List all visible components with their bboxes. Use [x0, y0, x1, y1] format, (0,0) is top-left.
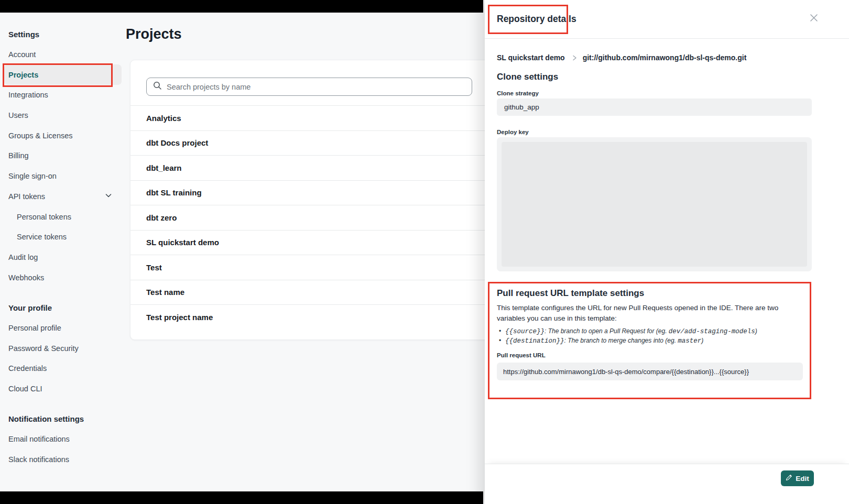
sidebar-item[interactable]: Password & Security: [0, 338, 130, 358]
breadcrumb-chevron-icon: [572, 54, 577, 61]
project-row[interactable]: Test name: [130, 280, 496, 305]
clone-strategy-value: github_app: [497, 98, 812, 116]
pr-variable-example: master: [678, 337, 701, 345]
sidebar-item-label: Slack notifications: [8, 455, 69, 464]
deploy-key-field: [497, 137, 812, 271]
pencil-icon: [786, 474, 792, 483]
sidebar-item[interactable]: Audit log: [0, 247, 130, 268]
pr-variable-example: dev/add-staging-models: [669, 328, 755, 335]
sidebar-item[interactable]: Integrations: [0, 85, 130, 105]
project-search[interactable]: [146, 78, 472, 96]
project-list: Analytics dbt Docs project dbt_learn dbt…: [130, 105, 496, 330]
top-letterbox-bar: [0, 0, 483, 13]
breadcrumb-repo-url: git://github.com/mirnawong1/db-sl-qs-dem…: [583, 53, 747, 62]
pr-variable-bullet: {{source}}: The branch to open a Pull Re…: [497, 327, 801, 336]
project-name: dbt SL training: [146, 188, 202, 197]
pr-variable-name: {{destination}}: [505, 337, 564, 345]
sidebar-item: Your profile: [0, 298, 130, 318]
breadcrumb-project[interactable]: SL quickstart demo: [497, 53, 565, 62]
project-name: dbt_learn: [146, 163, 182, 172]
pr-variable-bullet: {{destination}}: The branch to merge cha…: [497, 336, 801, 346]
project-name: SL quickstart demo: [146, 238, 219, 247]
sidebar-item-label: Personal tokens: [17, 213, 71, 221]
pr-variable-desc: : The branch to merge changes into (eg.: [564, 337, 678, 344]
project-name: Test: [146, 263, 162, 272]
sidebar-item[interactable]: Projects: [0, 64, 130, 85]
search-icon: [153, 81, 162, 92]
pull-request-url-value: https://github.com/mirnawong1/db-sl-qs-d…: [497, 363, 803, 380]
sidebar-item-label: API tokens: [8, 192, 45, 201]
deploy-key-redacted-value: [502, 142, 807, 267]
pr-variable-name: {{source}}: [505, 328, 545, 335]
project-row[interactable]: Analytics: [130, 105, 496, 130]
sidebar-item-label: Settings: [8, 30, 39, 39]
sidebar-item-label: Email notifications: [8, 435, 70, 443]
project-row[interactable]: SL quickstart demo: [130, 230, 496, 255]
clone-settings-heading: Clone settings: [497, 72, 558, 82]
sidebar-item[interactable]: Billing: [0, 146, 130, 166]
sidebar-item[interactable]: API tokens: [0, 187, 130, 207]
sidebar-item-label: Your profile: [8, 303, 52, 312]
project-row[interactable]: Test: [130, 255, 496, 280]
sidebar-item[interactable]: Service tokens: [0, 227, 130, 247]
pr-variable-close: ): [755, 327, 757, 335]
clone-strategy-text: github_app: [504, 103, 539, 111]
repository-details-panel: Repository details SL quickstart demo gi…: [485, 0, 849, 504]
sidebar-item[interactable]: Email notifications: [0, 429, 130, 450]
pull-request-url-text: https://github.com/mirnawong1/db-sl-qs-d…: [503, 368, 749, 376]
sidebar-item-label: Webhooks: [8, 273, 44, 282]
sidebar-item[interactable]: Webhooks: [0, 267, 130, 288]
pr-variable-close: ): [701, 337, 703, 344]
sidebar-item[interactable]: Users: [0, 105, 130, 126]
search-input[interactable]: [167, 83, 472, 91]
panel-footer: Edit: [485, 464, 849, 504]
chevron-down-icon[interactable]: [105, 192, 112, 201]
sidebar-item-label: Users: [8, 111, 28, 119]
panel-header-divider: [485, 38, 849, 39]
project-name: Test project name: [146, 313, 213, 322]
sidebar-item[interactable]: Single sign-on: [0, 166, 130, 187]
pr-template-variables: {{source}}: The branch to open a Pull Re…: [497, 327, 801, 345]
project-name: dbt zero: [146, 213, 177, 222]
sidebar-item[interactable]: Personal profile: [0, 318, 130, 338]
project-row[interactable]: dbt Docs project: [130, 130, 496, 156]
project-name: dbt Docs project: [146, 138, 208, 147]
project-row[interactable]: dbt_learn: [130, 155, 496, 180]
sidebar-item[interactable]: Slack notifications: [0, 450, 130, 470]
sidebar-item: Settings: [0, 24, 130, 45]
breadcrumb: SL quickstart demo git://github.com/mirn…: [497, 53, 746, 62]
edit-button[interactable]: Edit: [781, 470, 814, 486]
page-title: Projects: [126, 24, 182, 44]
pull-request-template-section: Pull request URL template settings This …: [488, 282, 811, 399]
sidebar-item-label: Service tokens: [17, 233, 67, 241]
panel-title: Repository details: [497, 14, 576, 25]
sidebar-item-label: Notification settings: [8, 414, 84, 423]
sidebar-item[interactable]: Account: [0, 45, 130, 65]
pr-variable-desc: : The branch to open a Pull Request for …: [545, 327, 669, 335]
project-row[interactable]: dbt zero: [130, 205, 496, 230]
sidebar-item-label: Account: [8, 50, 36, 59]
edit-button-label: Edit: [796, 475, 809, 483]
pull-request-url-label: Pull request URL: [497, 352, 801, 358]
project-row[interactable]: dbt SL training: [130, 180, 496, 205]
app-window: Settings Account Projects: [0, 0, 849, 504]
sidebar-item[interactable]: Credentials: [0, 358, 130, 379]
sidebar-item-label: Single sign-on: [8, 172, 57, 180]
sidebar-item-label: Audit log: [8, 253, 38, 261]
settings-sidebar: Settings Account Projects: [0, 13, 130, 469]
clone-strategy-label: Clone strategy: [497, 90, 539, 96]
bottom-letterbox-bar: [0, 491, 483, 504]
sidebar-item[interactable]: Personal tokens: [0, 206, 130, 227]
deploy-key-label: Deploy key: [497, 129, 529, 135]
pr-template-heading: Pull request URL template settings: [497, 288, 801, 299]
sidebar-item-label: Projects: [8, 71, 38, 79]
sidebar-item-label: Cloud CLI: [8, 385, 42, 393]
sidebar-item-label: Personal profile: [8, 324, 61, 332]
project-name: Analytics: [146, 114, 181, 123]
sidebar-item[interactable]: Groups & Licenses: [0, 125, 130, 146]
project-name: Test name: [146, 288, 184, 297]
close-icon[interactable]: [809, 13, 819, 23]
sidebar-item[interactable]: Cloud CLI: [0, 379, 130, 399]
project-row[interactable]: Test project name: [130, 304, 496, 330]
sidebar-item-label: Billing: [8, 151, 29, 160]
